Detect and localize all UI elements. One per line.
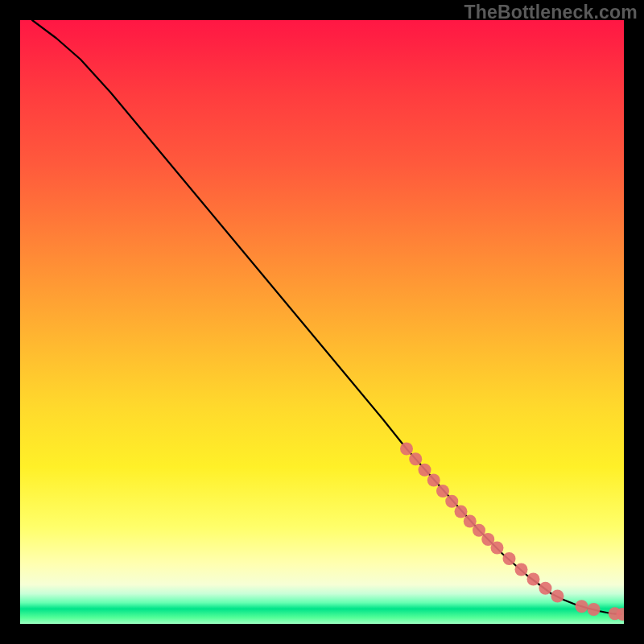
data-marker [503,552,516,565]
data-marker [588,603,601,616]
data-marker [455,506,468,518]
plot-svg [20,20,624,624]
data-marker [551,590,564,603]
data-marker [409,452,422,465]
data-marker [400,443,413,456]
chart-stage: TheBottleneck.com [0,0,644,644]
data-marker [539,582,552,595]
data-marker [576,600,588,613]
data-marker [419,464,431,477]
watermark-label: TheBottleneck.com [464,2,638,23]
data-marker [427,474,440,487]
data-marker [491,542,504,555]
curve-line [32,20,621,614]
marker-group [400,443,624,621]
data-marker [527,573,540,586]
data-marker [445,495,458,508]
data-marker [436,485,449,497]
data-marker [515,564,528,576]
plot-area [20,20,624,624]
